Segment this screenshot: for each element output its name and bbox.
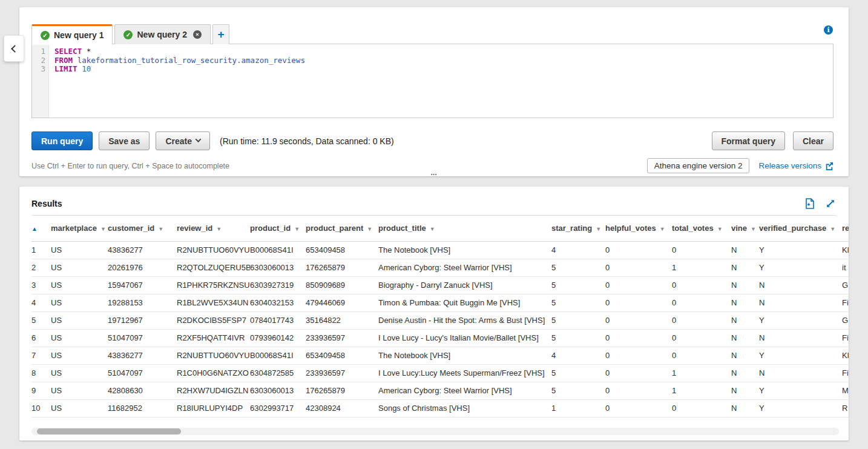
column-header-marketplace[interactable]: marketplace▼ <box>51 216 108 241</box>
table-cell: Y <box>759 241 842 259</box>
sql-line: LIMIT 10 <box>54 65 833 74</box>
column-filter-icon[interactable]: ▼ <box>751 226 756 232</box>
column-filter-icon[interactable]: ▼ <box>158 226 163 232</box>
table-cell: 0 <box>605 347 672 364</box>
close-tab-icon[interactable]: × <box>193 30 202 39</box>
table-cell: US <box>51 347 108 364</box>
results-title: Results <box>31 199 62 208</box>
table-cell: I Love Lucy:Lucy Meets Superman/Freez [V… <box>378 364 551 382</box>
column-filter-icon[interactable]: ▼ <box>596 226 601 232</box>
save-as-button[interactable]: Save as <box>99 131 150 150</box>
table-cell: N <box>759 276 842 294</box>
table-cell: N <box>731 329 759 347</box>
table-cell: Fi <box>842 294 849 311</box>
table-cell: 176265879 <box>306 382 378 399</box>
table-row: 8US51047097R1C0H0G6NATZXO630487258523393… <box>31 364 849 382</box>
table-cell: 6303927319 <box>250 276 306 294</box>
column-header-label: vine <box>731 224 747 233</box>
run-query-button[interactable]: Run query <box>31 131 93 150</box>
table-cell: US <box>51 399 108 417</box>
download-results-icon[interactable] <box>805 198 815 209</box>
sql-keyword: SELECT <box>54 47 82 56</box>
row-number-header[interactable]: ▲ <box>31 216 51 241</box>
table-cell: N <box>731 276 759 294</box>
table-cell: 4 <box>551 241 605 259</box>
table-cell: 0793960142 <box>250 329 306 347</box>
column-header-label: verified_purchase <box>759 224 826 233</box>
table-row: 7US43836277R2NUBTTUO60VYUB00068S41I65340… <box>31 347 849 364</box>
table-cell: N <box>731 294 759 311</box>
table-cell: 6303060013 <box>250 382 306 399</box>
column-header-customer_id[interactable]: customer_id▼ <box>108 216 177 241</box>
column-filter-icon[interactable]: ▼ <box>100 226 106 232</box>
column-header-star_rating[interactable]: star_rating▼ <box>551 216 605 241</box>
release-versions-link[interactable]: Release versions <box>758 161 833 170</box>
column-header-vine[interactable]: vine▼ <box>731 216 759 241</box>
table-cell: 11682952 <box>108 399 177 417</box>
sql-editor[interactable]: 1 2 3 SELECT * FROM lakeformation_tutori… <box>31 44 833 118</box>
column-filter-icon[interactable]: ▼ <box>717 226 723 232</box>
create-dropdown-button[interactable]: Create <box>156 131 210 150</box>
table-cell: 0 <box>605 382 672 399</box>
column-header-label: customer_id <box>108 224 154 233</box>
row-number-cell: 1 <box>31 241 51 259</box>
horizontal-scrollbar[interactable] <box>31 428 839 435</box>
table-cell: Biography - Darryl Zanuck [VHS] <box>378 276 551 294</box>
column-header-label: star_rating <box>551 224 592 233</box>
column-filter-icon[interactable]: ▼ <box>294 226 300 232</box>
tab-new-query-2[interactable]: ✓ New query 2 × <box>114 24 210 44</box>
column-header-verified_purchase[interactable]: verified_purchase▼ <box>759 216 842 241</box>
column-filter-icon[interactable]: ▼ <box>660 226 665 232</box>
table-cell: 43836277 <box>108 347 177 364</box>
column-filter-icon[interactable]: ▼ <box>430 226 435 232</box>
table-cell: US <box>51 382 108 399</box>
column-filter-icon[interactable]: ▼ <box>367 226 372 232</box>
release-versions-label: Release versions <box>758 161 821 170</box>
table-row: 1US43836277R2NUBTTUO60VYUB00068S41I65340… <box>31 241 849 259</box>
table-cell: 19712967 <box>108 311 177 329</box>
info-icon[interactable]: i <box>824 25 833 35</box>
tab-new-query-1[interactable]: ✓ New query 1 <box>31 24 113 45</box>
sql-line: SELECT * <box>54 47 833 56</box>
table-cell: 0 <box>672 276 731 294</box>
query-tabs: ✓ New query 1 ✓ New query 2 × + <box>31 24 229 44</box>
column-header-helpful_votes[interactable]: helpful_votes▼ <box>605 216 672 241</box>
table-cell: 0 <box>605 329 672 347</box>
column-header-re[interactable]: re▼ <box>842 216 849 241</box>
column-header-product_title[interactable]: product_title▼ <box>378 216 551 241</box>
line-number: 2 <box>32 56 45 65</box>
tab-label: New query 2 <box>137 30 186 39</box>
chevron-left-icon <box>11 45 19 53</box>
column-header-product_parent[interactable]: product_parent▼ <box>306 216 378 241</box>
keyboard-shortcut-hint: Use Ctrl + Enter to run query, Ctrl + Sp… <box>31 162 229 170</box>
table-cell: 1 <box>672 382 731 399</box>
query-success-icon: ✓ <box>123 30 133 39</box>
table-cell: 19288153 <box>108 294 177 311</box>
table-cell: 6304032153 <box>250 294 306 311</box>
chevron-down-icon <box>196 136 202 142</box>
clear-button[interactable]: Clear <box>793 131 833 150</box>
results-panel: Results ▲ <box>19 187 849 441</box>
format-query-button[interactable]: Format query <box>712 131 785 150</box>
collapse-sidebar-button[interactable] <box>4 35 24 62</box>
scrollbar-thumb[interactable] <box>37 428 181 434</box>
table-cell: Kl <box>842 241 849 259</box>
table-cell: R2XF5HQATT4IVR <box>177 329 250 347</box>
table-cell: Y <box>759 259 842 276</box>
table-cell: Songs of Christmas [VHS] <box>378 399 551 417</box>
new-tab-button[interactable]: + <box>212 24 229 44</box>
table-cell: 5 <box>551 311 605 329</box>
run-statistics: (Run time: 11.9 seconds, Data scanned: 0… <box>220 136 394 146</box>
expand-results-icon[interactable] <box>826 199 835 208</box>
column-filter-icon[interactable]: ▼ <box>830 226 835 232</box>
column-header-review_id[interactable]: review_id▼ <box>177 216 250 241</box>
table-cell: R2DKOCIBS5FSP7 <box>177 311 250 329</box>
column-filter-icon[interactable]: ▼ <box>216 226 222 232</box>
table-row: 6US51047097R2XF5HQATT4IVR079396014223393… <box>31 329 849 347</box>
column-header-total_votes[interactable]: total_votes▼ <box>672 216 731 241</box>
column-header-product_id[interactable]: product_id▼ <box>250 216 306 241</box>
panel-resize-handle[interactable]: ▪▪▪ <box>431 173 437 176</box>
table-cell: M <box>842 382 849 399</box>
table-cell: N <box>731 382 759 399</box>
table-cell: 15947067 <box>108 276 177 294</box>
